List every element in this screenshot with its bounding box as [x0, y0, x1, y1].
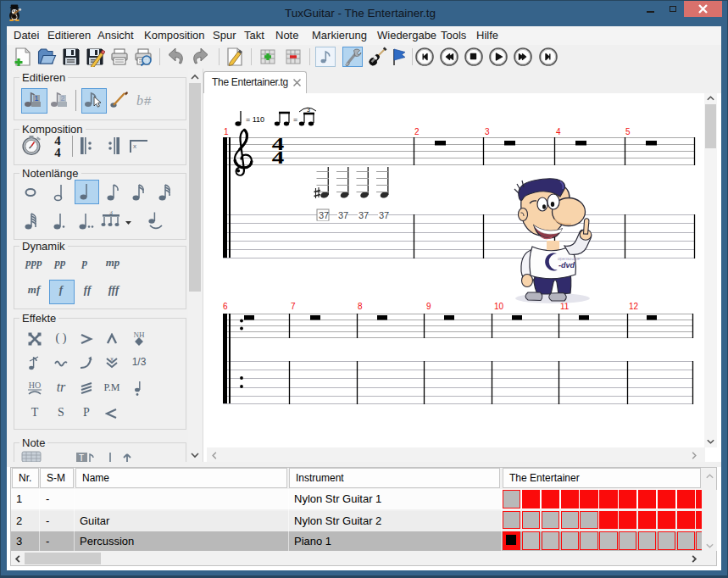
svg-text:2: 2: [414, 127, 420, 136]
svg-text:37: 37: [338, 210, 348, 220]
svg-text:-dvd: -dvd: [559, 261, 575, 270]
svg-text:9: 9: [426, 302, 431, 311]
svg-text:6: 6: [223, 302, 228, 311]
svg-text:x: x: [133, 142, 136, 150]
svg-text:= 110: = 110: [246, 115, 264, 124]
svg-text:12: 12: [629, 302, 639, 311]
svg-text:37: 37: [379, 210, 389, 220]
svg-text:37: 37: [358, 210, 369, 220]
svg-text:37: 37: [319, 210, 329, 220]
svg-text:HO: HO: [29, 381, 41, 390]
svg-text:2: 2: [60, 94, 64, 103]
svg-text:4: 4: [272, 148, 284, 167]
svg-text:1: 1: [34, 94, 38, 103]
svg-text:3: 3: [485, 127, 490, 136]
svg-text:4: 4: [54, 146, 61, 158]
svg-text:b: b: [136, 93, 143, 108]
svg-text:1: 1: [224, 127, 229, 136]
svg-text:5: 5: [625, 127, 631, 136]
svg-text:10: 10: [494, 302, 504, 311]
svg-text:4: 4: [556, 127, 561, 136]
svg-text:7: 7: [291, 302, 296, 311]
svg-text:8: 8: [358, 302, 363, 311]
svg-text:=: =: [293, 115, 297, 124]
svg-text:#: #: [144, 93, 152, 108]
svg-text:x: x: [110, 356, 114, 362]
svg-text:3: 3: [109, 211, 113, 215]
